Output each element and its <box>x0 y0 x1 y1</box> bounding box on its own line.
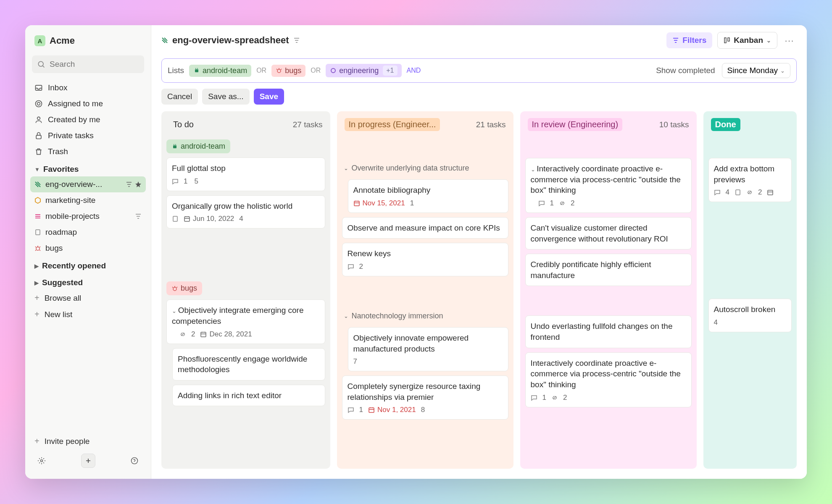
search-icon <box>37 60 45 68</box>
settings-button[interactable] <box>34 454 49 468</box>
group-bugs[interactable]: bugs <box>166 281 202 295</box>
filter-tag-engineering[interactable]: engineering+1 <box>326 64 401 77</box>
card[interactable]: Can't visualize customer directed conver… <box>525 217 692 249</box>
calendar-icon <box>368 407 375 413</box>
star-icon[interactable] <box>135 181 142 188</box>
saveas-button[interactable]: Save as... <box>202 89 250 105</box>
chevron-right-icon: ▶ <box>34 263 39 269</box>
svg-point-23 <box>173 287 176 291</box>
since-dropdown[interactable]: Since Monday⌄ <box>722 63 790 78</box>
column-count: 10 tasks <box>659 120 689 129</box>
filter-bar: Lists android-team OR bugs OR engineerin… <box>161 58 797 83</box>
group-title[interactable]: ⌄Nanotechnology immersion <box>342 309 508 323</box>
group-android[interactable]: android-team <box>166 139 230 153</box>
chevron-down-icon: ⌄ <box>766 37 771 44</box>
op-and[interactable]: AND <box>407 67 421 74</box>
card[interactable]: Phosfluorescently engage worldwide metho… <box>172 348 325 381</box>
plus-icon: + <box>34 436 39 446</box>
filter-tag-bugs[interactable]: bugs <box>271 65 305 77</box>
column-in-review: In review (Engineering)10 tasks ⌄ Intera… <box>520 111 697 469</box>
workspace-switcher[interactable]: A Acme <box>30 32 146 50</box>
svg-rect-21 <box>173 216 177 221</box>
search-field[interactable] <box>50 60 139 69</box>
svg-rect-13 <box>195 69 198 72</box>
fav-roadmap[interactable]: roadmap <box>30 224 146 240</box>
column-count: 21 tasks <box>476 120 506 129</box>
invite-people[interactable]: +Invite people <box>30 433 146 449</box>
svg-point-3 <box>36 101 42 107</box>
workspace-name: Acme <box>50 35 75 46</box>
card[interactable]: Renew keys2 <box>342 243 508 276</box>
card[interactable]: Objectively innovate empowered manufactu… <box>348 327 508 371</box>
card[interactable]: ⌄ Objectively integrate emerging core co… <box>166 299 325 344</box>
nav-inbox[interactable]: Inbox <box>30 80 146 96</box>
nav-private[interactable]: Private tasks <box>30 128 146 144</box>
card[interactable]: Add extra bottom previews42 <box>708 158 792 202</box>
chevron-down-icon[interactable]: ⌄ <box>172 308 178 314</box>
svg-point-20 <box>175 144 176 145</box>
show-completed[interactable]: Show completed <box>656 66 715 75</box>
calendar-icon <box>200 331 207 338</box>
card[interactable]: Annotate bibliographyNov 15, 20211 <box>348 179 508 213</box>
nav-assigned[interactable]: Assigned to me <box>30 96 146 112</box>
filter-icon[interactable] <box>293 37 300 44</box>
card[interactable]: Interactively coordinate proactive e-com… <box>525 352 692 407</box>
column-todo: To do27 tasks android-team Full glottal … <box>161 111 330 469</box>
bug-icon <box>171 285 178 292</box>
chevron-down-icon[interactable]: ⌄ <box>531 166 537 173</box>
svg-point-4 <box>37 102 40 105</box>
help-button[interactable] <box>127 454 142 468</box>
search-input[interactable] <box>32 55 144 73</box>
nav-trash[interactable]: Trash <box>30 144 146 160</box>
fav-mobile[interactable]: mobile-projects <box>30 208 146 224</box>
filter-icon[interactable] <box>126 181 132 188</box>
document-title[interactable]: eng-overview-spreadsheet <box>161 35 300 46</box>
new-button[interactable] <box>81 454 95 468</box>
doc-icon <box>34 229 41 236</box>
svg-point-8 <box>36 247 39 250</box>
circle-icon <box>330 67 337 74</box>
kanban-board: To do27 tasks android-team Full glottal … <box>151 111 807 479</box>
ellipsis-icon: ··· <box>785 36 795 45</box>
card[interactable]: Full glottal stop15 <box>166 158 325 191</box>
card[interactable]: Autoscroll broken4 <box>708 299 792 332</box>
card[interactable]: Adding links in rich text editor <box>172 385 325 407</box>
more-button[interactable]: ··· <box>782 33 797 47</box>
chevron-down-icon: ⌄ <box>344 165 348 171</box>
browse-all[interactable]: +Browse all <box>30 290 146 306</box>
plus-square-icon <box>84 457 92 465</box>
fav-bugs[interactable]: bugs <box>30 240 146 256</box>
filters-button[interactable]: Filters <box>666 32 712 48</box>
card[interactable]: Organically grow the holistic worldJun 1… <box>166 195 325 229</box>
cancel-button[interactable]: Cancel <box>161 89 198 105</box>
section-recent[interactable]: ▶Recently opened <box>30 256 146 273</box>
fav-eng-overview[interactable]: eng-overview-... <box>30 176 146 192</box>
android-icon <box>193 67 200 74</box>
nav-created[interactable]: Created by me <box>30 112 146 128</box>
plus-icon: + <box>34 310 39 319</box>
trash-icon <box>34 147 43 156</box>
card[interactable]: Undo everlasting fullfold changes on the… <box>525 315 692 348</box>
card[interactable]: Completely synergize resource taxing rel… <box>342 375 508 420</box>
comment-icon <box>531 394 537 401</box>
card[interactable]: ⌄ Interactively coordinate proactive e-c… <box>525 158 692 213</box>
svg-rect-28 <box>768 190 773 195</box>
card[interactable]: Credibly pontificate highly efficient ma… <box>525 254 692 286</box>
new-list[interactable]: +New list <box>30 306 146 323</box>
group-title[interactable]: ⌄Overwrite underlying data structure <box>342 161 508 175</box>
view-switcher[interactable]: Kanban⌄ <box>717 32 777 49</box>
sidebar: A Acme Inbox Assigned to me Created by m… <box>25 25 151 479</box>
save-button[interactable]: Save <box>254 89 284 105</box>
section-suggested[interactable]: ▶Suggested <box>30 273 146 290</box>
svg-point-0 <box>38 61 43 66</box>
section-favorites[interactable]: ▼Favorites <box>30 160 146 176</box>
svg-rect-7 <box>36 230 40 235</box>
calendar-icon <box>184 215 190 222</box>
kanban-icon <box>724 37 730 44</box>
filter-tag-android[interactable]: android-team <box>189 65 251 77</box>
fav-marketing[interactable]: marketing-site <box>30 192 146 208</box>
card[interactable]: Observe and measure impact on core KPIs <box>342 217 508 239</box>
svg-rect-25 <box>354 201 359 206</box>
op-or: OR <box>256 67 266 74</box>
comment-icon <box>348 407 354 413</box>
